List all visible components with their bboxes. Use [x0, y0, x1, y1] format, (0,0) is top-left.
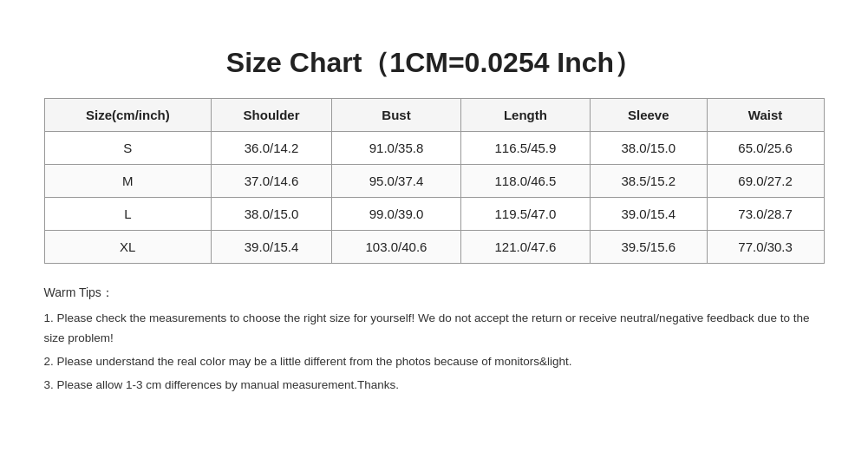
table-row: XL39.0/15.4103.0/40.6121.0/47.639.5/15.6… — [44, 231, 824, 264]
table-cell-0: L — [44, 198, 212, 231]
warm-tips-title: Warm Tips： — [44, 283, 825, 304]
table-cell-4: 38.5/15.2 — [590, 165, 707, 198]
table-cell-5: 69.0/27.2 — [707, 165, 824, 198]
table-cell-3: 119.5/47.0 — [460, 198, 590, 231]
table-cell-4: 38.0/15.0 — [590, 132, 707, 165]
table-cell-5: 65.0/25.6 — [707, 132, 824, 165]
page-title: Size Chart（1CM=0.0254 Inch） — [44, 44, 825, 82]
col-header-waist: Waist — [707, 99, 824, 132]
table-cell-4: 39.5/15.6 — [590, 231, 707, 264]
main-container: Size Chart（1CM=0.0254 Inch） Size(cm/inch… — [18, 27, 851, 425]
table-cell-3: 116.5/45.9 — [460, 132, 590, 165]
col-header-sleeve: Sleeve — [590, 99, 707, 132]
table-row: L38.0/15.099.0/39.0119.5/47.039.0/15.473… — [44, 198, 824, 231]
table-row: M37.0/14.695.0/37.4118.0/46.538.5/15.269… — [44, 165, 824, 198]
col-header-shoulder: Shoulder — [212, 99, 332, 132]
table-cell-2: 91.0/35.8 — [332, 132, 461, 165]
table-cell-3: 121.0/47.6 — [460, 231, 590, 264]
warm-tips-item-3: 3. Please allow 1-3 cm differences by ma… — [44, 376, 825, 396]
table-row: S36.0/14.291.0/35.8116.5/45.938.0/15.065… — [44, 132, 824, 165]
table-cell-5: 77.0/30.3 — [707, 231, 824, 264]
table-cell-1: 37.0/14.6 — [212, 165, 332, 198]
table-cell-0: S — [44, 132, 212, 165]
table-cell-2: 103.0/40.6 — [332, 231, 461, 264]
table-cell-4: 39.0/15.4 — [590, 198, 707, 231]
col-header-length: Length — [460, 99, 590, 132]
table-cell-1: 38.0/15.0 — [212, 198, 332, 231]
table-cell-0: XL — [44, 231, 212, 264]
col-header-size: Size(cm/inch) — [44, 99, 212, 132]
table-cell-0: M — [44, 165, 212, 198]
table-cell-2: 99.0/39.0 — [332, 198, 461, 231]
table-header-row: Size(cm/inch) Shoulder Bust Length Sleev… — [44, 99, 824, 132]
warm-tips-item-1: 1. Please check the measurements to choo… — [44, 309, 825, 349]
table-cell-3: 118.0/46.5 — [460, 165, 590, 198]
table-cell-1: 36.0/14.2 — [212, 132, 332, 165]
table-cell-2: 95.0/37.4 — [332, 165, 461, 198]
warm-tips-section: Warm Tips： 1. Please check the measureme… — [44, 283, 825, 396]
size-chart-table: Size(cm/inch) Shoulder Bust Length Sleev… — [44, 98, 825, 264]
col-header-bust: Bust — [332, 99, 461, 132]
table-cell-5: 73.0/28.7 — [707, 198, 824, 231]
table-cell-1: 39.0/15.4 — [212, 231, 332, 264]
warm-tips-item-2: 2. Please understand the real color may … — [44, 352, 825, 372]
